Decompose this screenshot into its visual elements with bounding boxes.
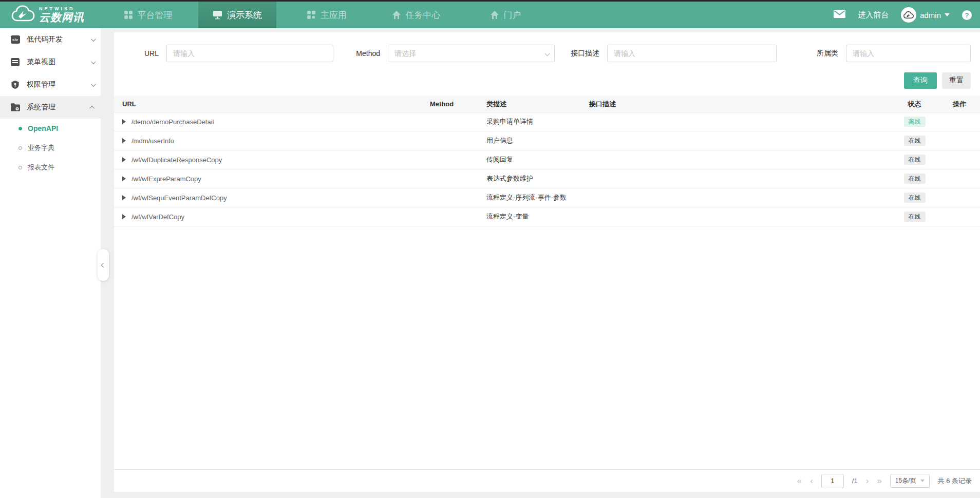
total-records-label: 共 6 条记录 xyxy=(938,476,972,486)
chevron-up-icon xyxy=(89,105,95,110)
table-header: URL Method 类描述 接口描述 状态 操作 xyxy=(114,96,980,112)
enter-front-link[interactable]: 进入前台 xyxy=(858,10,889,20)
main-nav: 平台管理 演示系统 主应用 任务中心 门户 xyxy=(109,2,556,28)
table-row[interactable]: /wf/wfExpreParamCopy 表达式参数维护 在线 xyxy=(114,169,980,188)
url-filter-label: URL xyxy=(114,49,166,58)
help-icon[interactable]: ? xyxy=(962,10,972,20)
class-desc-cell: 采购申请单详情 xyxy=(486,117,589,126)
sidebar-submenu: OpenAPI 业务字典 报表文件 xyxy=(0,119,101,177)
nav-tab[interactable]: 演示系统 xyxy=(198,2,276,28)
filter-bar: URL Method 接口描述 所属类 xyxy=(114,32,980,62)
sidebar-item-menu-view[interactable]: 菜单视图 xyxy=(0,51,101,73)
method-select-input[interactable] xyxy=(388,45,555,62)
expand-row-icon[interactable] xyxy=(122,176,126,181)
brand-name-cn: 云数网讯 xyxy=(39,12,84,23)
page-size-select[interactable]: 15条/页 xyxy=(890,474,930,488)
nav-tab-label: 主应用 xyxy=(321,9,347,21)
url-filter-input[interactable] xyxy=(166,45,333,62)
sidebar-item-label: 低代码开发 xyxy=(27,35,63,44)
nav-tab[interactable]: 门户 xyxy=(466,2,544,28)
sidebar-subitem-label: 报表文件 xyxy=(28,163,54,172)
nav-tab-label: 任务中心 xyxy=(406,9,441,21)
nav-tab[interactable]: 主应用 xyxy=(288,2,366,28)
apps-icon xyxy=(307,10,316,20)
monitor-icon xyxy=(213,10,222,20)
api-desc-filter-label: 接口描述 xyxy=(555,49,607,58)
url-cell: /mdm/userInfo xyxy=(131,137,174,145)
column-header-class-desc: 类描述 xyxy=(486,100,589,109)
table-row[interactable]: /wf/wfVarDefCopy 流程定义-变量 在线 xyxy=(114,207,980,226)
status-badge: 在线 xyxy=(904,174,926,184)
home-icon xyxy=(490,10,499,20)
table-row[interactable]: /demo/demoPurchaseDetail 采购申请单详情 离线 xyxy=(114,112,980,131)
chevron-down-icon xyxy=(91,82,96,87)
column-header-status: 状态 xyxy=(890,100,939,109)
class-desc-cell: 表达式参数维护 xyxy=(486,174,589,183)
current-page-input[interactable]: 1 xyxy=(821,474,844,488)
pagination-bar: « ‹ 1 /1 › » 15条/页 共 6 条记录 xyxy=(114,469,980,492)
table-row[interactable]: /mdm/userInfo 用户信息 在线 xyxy=(114,131,980,150)
mail-icon[interactable] xyxy=(834,10,845,20)
bullet-icon xyxy=(18,166,22,169)
code-icon: </> xyxy=(10,35,20,45)
column-header-api-desc: 接口描述 xyxy=(589,100,890,109)
method-select[interactable] xyxy=(388,45,555,62)
sidebar-item-label: 菜单视图 xyxy=(27,58,55,67)
chevron-down-icon xyxy=(920,480,925,482)
user-menu[interactable]: admin xyxy=(901,7,950,23)
column-header-operation: 操作 xyxy=(939,100,980,109)
api-desc-filter-input[interactable] xyxy=(607,45,777,62)
expand-row-icon[interactable] xyxy=(122,157,126,162)
topbar-right: 进入前台 admin ? xyxy=(834,2,980,28)
url-cell: /demo/demoPurchaseDetail xyxy=(131,118,214,126)
column-header-method: Method xyxy=(430,100,486,108)
reset-button[interactable]: 重置 xyxy=(942,72,971,89)
url-cell: /wf/wfExpreParamCopy xyxy=(131,175,201,183)
chevron-down-icon xyxy=(945,13,950,16)
chevron-down-icon xyxy=(91,59,96,64)
sidebar-subitem[interactable]: 报表文件 xyxy=(0,158,101,177)
topbar: NETWISD 云数网讯 平台管理 演示系统 主应用 任务中心 xyxy=(0,2,980,28)
chevron-left-icon xyxy=(101,262,106,267)
last-page-button[interactable]: » xyxy=(877,476,881,485)
prev-page-button[interactable]: ‹ xyxy=(810,476,813,485)
cloud-logo-icon xyxy=(11,5,35,25)
url-cell: /wf/wfSequEventParamDefCopy xyxy=(131,194,227,202)
class-desc-cell: 传阅回复 xyxy=(486,155,589,164)
first-page-button[interactable]: « xyxy=(797,476,802,485)
sidebar-item-permissions[interactable]: 权限管理 xyxy=(0,73,101,96)
sidebar-item-system[interactable]: 系统管理 xyxy=(0,96,101,119)
status-badge: 在线 xyxy=(904,155,926,165)
next-page-button[interactable]: › xyxy=(866,476,869,485)
expand-row-icon[interactable] xyxy=(122,138,126,143)
sidebar-subitem-label: OpenAPI xyxy=(28,124,58,132)
category-filter-label: 所属类 xyxy=(777,49,846,58)
url-cell: /wf/wfVarDefCopy xyxy=(131,213,184,221)
nav-tab-label: 平台管理 xyxy=(138,9,173,21)
sidebar-collapse-button[interactable] xyxy=(98,249,109,281)
menu-view-icon xyxy=(10,58,20,67)
sidebar-subitem[interactable]: 业务字典 xyxy=(0,138,101,158)
page-size-label: 15条/页 xyxy=(895,476,916,485)
class-desc-cell: 流程定义-序列流-事件-参数 xyxy=(486,193,589,202)
expand-row-icon[interactable] xyxy=(122,214,126,219)
sidebar-item-label: 权限管理 xyxy=(27,80,55,89)
chevron-down-icon xyxy=(91,36,96,42)
status-badge: 在线 xyxy=(904,193,926,203)
total-pages-label: /1 xyxy=(852,477,858,485)
table-row[interactable]: /wf/wfSequEventParamDefCopy 流程定义-序列流-事件-… xyxy=(114,188,980,207)
nav-tab[interactable]: 平台管理 xyxy=(109,2,187,28)
expand-row-icon[interactable] xyxy=(122,119,126,124)
table-row[interactable]: /wf/wfDuplicateResponseCopy 传阅回复 在线 xyxy=(114,150,980,169)
expand-row-icon[interactable] xyxy=(122,195,126,200)
sidebar-subitem[interactable]: OpenAPI xyxy=(0,119,101,138)
bullet-icon xyxy=(18,127,22,130)
category-filter-input[interactable] xyxy=(846,45,971,62)
search-button[interactable]: 查询 xyxy=(904,72,937,89)
main-content: URL Method 接口描述 所属类 查询 重置 URL Method 类描述… xyxy=(114,32,980,492)
sidebar-item-low-code[interactable]: </> 低代码开发 xyxy=(0,28,101,51)
app-logo: NETWISD 云数网讯 xyxy=(0,2,109,28)
nav-tab-label: 门户 xyxy=(504,9,521,21)
status-badge: 离线 xyxy=(904,117,926,127)
nav-tab[interactable]: 任务中心 xyxy=(377,2,455,28)
